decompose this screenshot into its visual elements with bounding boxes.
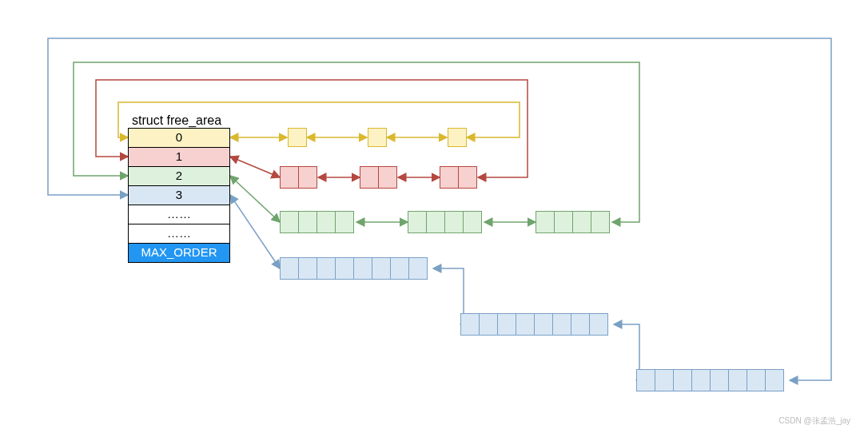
order3-block [280,257,428,280]
svg-line-3 [230,157,280,177]
order3-block [636,369,784,391]
order1-block [360,166,397,189]
free-area-table: 0 1 2 3 …… …… MAX_ORDER [128,128,230,263]
order0-block [448,128,467,147]
order-dots-row: …… [129,224,229,244]
order-1-row: 1 [129,148,229,167]
order3-block [460,313,608,336]
order1-block [280,166,317,189]
order2-block [280,211,354,233]
watermark: CSDN @张孟浩_jay [778,415,850,427]
order-dots-row: …… [129,205,229,224]
order0-block [288,128,307,147]
order2-block [408,211,482,233]
struct-label: struct free_area [132,113,221,128]
order1-block [440,166,477,189]
svg-line-9 [230,195,280,268]
order-0-row: 0 [129,129,229,148]
order0-block [368,128,387,147]
order2-block [536,211,610,233]
order-2-row: 2 [129,167,229,186]
max-order-row: MAX_ORDER [129,244,229,263]
svg-line-6 [230,176,280,222]
order-3-row: 3 [129,186,229,205]
